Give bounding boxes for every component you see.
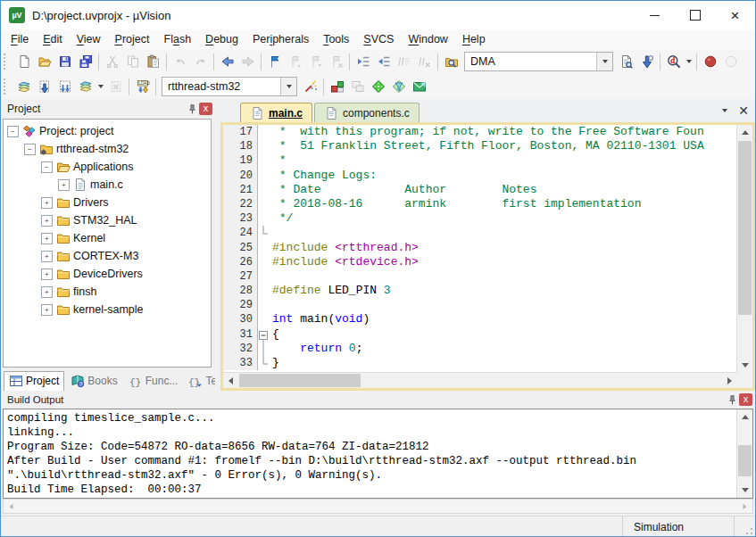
translate-button[interactable] xyxy=(13,77,34,97)
menu-item-window[interactable]: Window xyxy=(401,31,454,47)
menu-item-help[interactable]: Help xyxy=(455,31,493,47)
options-wand-button[interactable] xyxy=(300,77,320,97)
books-env-button[interactable] xyxy=(409,77,429,97)
batch-build-button[interactable] xyxy=(75,77,96,97)
expand-toggle[interactable]: + xyxy=(41,304,53,316)
tree-item-finsh[interactable]: +finsh xyxy=(4,283,211,301)
tree-item-drivers[interactable]: +Drivers xyxy=(4,194,211,211)
vertical-scroll-thumb[interactable] xyxy=(738,445,752,476)
breakpoint-disable-button[interactable] xyxy=(720,52,741,72)
toolbar-grip[interactable] xyxy=(4,54,10,70)
panel-tab-func[interactable]: {}Func... xyxy=(124,372,183,391)
fold-open-marker[interactable] xyxy=(258,327,270,342)
copy-screens-button[interactable] xyxy=(347,77,368,97)
scroll-left-arrow[interactable] xyxy=(5,500,18,513)
menu-item-svcs[interactable]: SVCS xyxy=(356,31,401,47)
maximize-button[interactable] xyxy=(675,1,715,29)
uncomment-button[interactable] xyxy=(414,52,435,72)
expand-toggle[interactable]: + xyxy=(41,286,53,298)
scroll-up-arrow[interactable] xyxy=(737,125,752,140)
load-button[interactable]: LOAD xyxy=(132,77,153,97)
save-all-button[interactable] xyxy=(75,52,96,72)
manage-items-button[interactable] xyxy=(388,77,409,97)
comment-button[interactable] xyxy=(394,52,414,72)
editor-close-icon[interactable]: ✕ xyxy=(738,104,749,117)
code-area[interactable]: 17 * with this program; if not, write to… xyxy=(220,122,755,391)
panel-tab-project[interactable]: Project xyxy=(4,371,64,391)
menu-item-file[interactable]: File xyxy=(4,31,36,47)
build-horizontal-scrollbar[interactable] xyxy=(3,499,753,514)
menu-item-debug[interactable]: Debug xyxy=(198,31,245,47)
new-file-button[interactable] xyxy=(13,52,34,72)
manage-components-button[interactable] xyxy=(327,77,347,97)
copy-button[interactable] xyxy=(122,52,143,72)
project-panel-close-button[interactable]: x xyxy=(199,103,212,115)
horizontal-scroll-thumb[interactable] xyxy=(239,374,361,387)
tree-item-rtthread-stm32[interactable]: −rtthread-stm32 xyxy=(4,140,211,158)
expand-toggle[interactable]: + xyxy=(41,215,53,227)
collapse-toggle[interactable]: − xyxy=(41,161,53,173)
tree-item-cortex-m3[interactable]: +CORTEX-M3 xyxy=(4,247,211,265)
editor-vertical-scrollbar[interactable] xyxy=(736,125,752,373)
bookmark-prev-button[interactable] xyxy=(285,52,305,72)
menu-item-flash[interactable]: Flash xyxy=(157,31,199,47)
editor-tab-mainc[interactable]: main.c xyxy=(240,103,312,122)
runtime-env-button[interactable] xyxy=(368,77,388,97)
menu-item-edit[interactable]: Edit xyxy=(36,31,70,47)
paste-button[interactable] xyxy=(143,52,163,72)
find-magnifier-dropdown-button[interactable] xyxy=(684,52,694,72)
expand-toggle[interactable]: + xyxy=(41,251,53,262)
navigate-back-button[interactable] xyxy=(217,52,237,72)
navigate-forward-button[interactable] xyxy=(237,52,258,72)
close-button[interactable]: × xyxy=(715,1,755,29)
tab-list-dropdown-icon[interactable] xyxy=(722,109,727,112)
bookmark-toggle-button[interactable] xyxy=(264,52,285,72)
rebuild-button[interactable] xyxy=(54,77,75,97)
open-file-button[interactable] xyxy=(34,52,54,72)
indent-button[interactable] xyxy=(353,52,373,72)
menu-item-peripherals[interactable]: Peripherals xyxy=(245,31,316,47)
collapse-toggle[interactable]: − xyxy=(7,126,19,137)
breakpoint-toggle-button[interactable] xyxy=(700,52,720,72)
build-pin-button[interactable] xyxy=(725,393,739,407)
bookmark-clear-button[interactable] xyxy=(326,52,346,72)
scroll-left-arrow[interactable] xyxy=(223,373,238,388)
resize-grip[interactable] xyxy=(740,522,752,534)
tree-item-kernel-sample[interactable]: +kernel-sample xyxy=(4,301,211,318)
expand-toggle[interactable]: + xyxy=(41,268,53,280)
undo-button[interactable] xyxy=(170,52,190,72)
stop-build-button[interactable] xyxy=(105,77,126,97)
tree-item-main-c[interactable]: +main.c xyxy=(4,176,211,194)
menu-item-tools[interactable]: Tools xyxy=(316,31,356,47)
vertical-scroll-thumb[interactable] xyxy=(738,141,752,315)
tree-item-stm32-hal[interactable]: +STM32_HAL xyxy=(4,211,211,229)
expand-toggle[interactable]: + xyxy=(58,179,70,191)
find-in-files-button[interactable] xyxy=(441,52,461,72)
scroll-down-arrow[interactable] xyxy=(737,483,752,498)
panel-tab-books[interactable]: ?Books xyxy=(66,372,121,391)
save-button[interactable] xyxy=(54,52,75,72)
build-button[interactable] xyxy=(34,77,54,97)
build-vertical-scrollbar[interactable] xyxy=(736,409,752,498)
incremental-find-button[interactable] xyxy=(636,52,657,72)
tree-item-applications[interactable]: −Applications xyxy=(4,158,211,176)
scroll-up-arrow[interactable] xyxy=(737,409,752,425)
editor-horizontal-scrollbar[interactable] xyxy=(223,372,737,388)
outdent-button[interactable] xyxy=(373,52,394,72)
build-output-body[interactable]: compiling timeslice_sample.c...linking..… xyxy=(3,409,753,499)
redo-button[interactable] xyxy=(190,52,211,72)
collapse-toggle[interactable]: − xyxy=(24,144,36,155)
cut-button[interactable] xyxy=(102,52,122,72)
find-combo[interactable]: DMA xyxy=(464,52,613,71)
menu-item-project[interactable]: Project xyxy=(108,31,157,47)
editor-tab-componentsc[interactable]: components.c xyxy=(314,103,420,122)
scroll-down-arrow[interactable] xyxy=(737,358,752,373)
pin-button[interactable] xyxy=(185,103,199,116)
tree-item-kernel[interactable]: +Kernel xyxy=(4,229,211,247)
menu-item-view[interactable]: View xyxy=(70,31,108,47)
batch-build-dropdown-button[interactable] xyxy=(96,77,105,97)
scroll-right-arrow[interactable] xyxy=(722,373,737,388)
minimize-button[interactable] xyxy=(635,1,675,29)
toolbar-grip[interactable] xyxy=(4,78,10,95)
build-output-close-button[interactable]: x xyxy=(739,393,752,406)
